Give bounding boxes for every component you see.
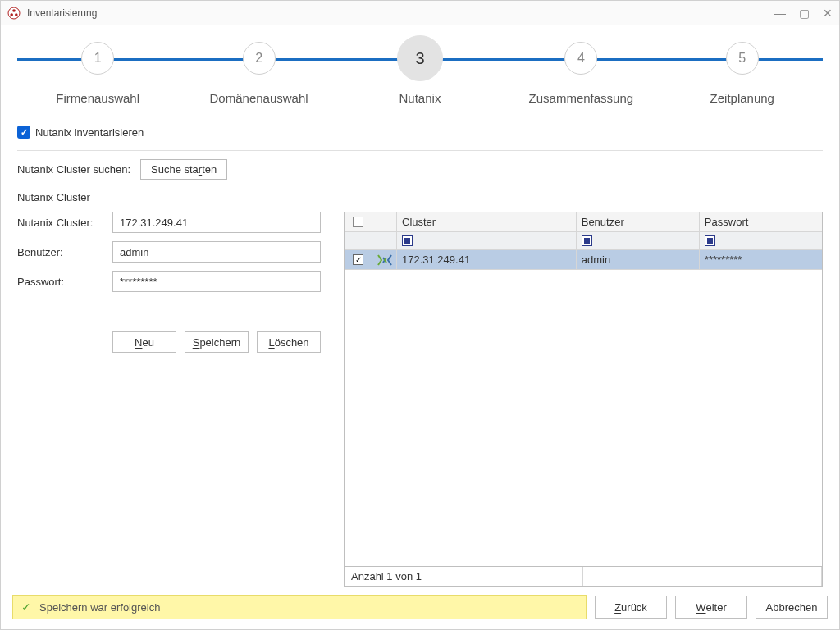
window-title: Inventarisierung [27, 7, 97, 19]
row-cluster: 172.31.249.41 [397, 250, 577, 269]
search-button[interactable]: Suche starten [140, 159, 227, 180]
wizard-window: Inventarisierung — ▢ ✕ 1 Firmenauswahl 2… [0, 0, 840, 630]
minimize-icon[interactable]: — [774, 7, 786, 20]
titlebar: Inventarisierung — ▢ ✕ [1, 1, 839, 25]
step-number: 4 [564, 42, 597, 75]
search-label: Nutanix Cluster suchen: [17, 163, 130, 176]
row-icon-cell [372, 250, 397, 269]
svg-point-1 [12, 9, 16, 12]
header-cluster[interactable]: Cluster [397, 212, 577, 231]
password-input[interactable] [112, 271, 321, 292]
password-label: Passwort: [17, 276, 112, 288]
status-text: Speichern war erfolgreich [39, 601, 160, 614]
filter-cluster[interactable] [397, 232, 577, 249]
wizard-stepper: 1 Firmenauswahl 2 Domänenauswahl 3 Nutan… [17, 34, 823, 116]
user-label: Benutzer: [17, 246, 112, 258]
user-input[interactable] [112, 241, 321, 262]
row-checkbox[interactable]: ✓ [353, 254, 363, 265]
filter-pass[interactable] [700, 232, 822, 249]
row-pass: ********* [700, 250, 822, 269]
step-label: Nutanix [399, 91, 441, 105]
step-number: 1 [81, 42, 114, 75]
step-zusammenfassung[interactable]: 4 Zusammenfassung [503, 42, 659, 105]
step-label: Zusammenfassung [529, 91, 634, 105]
wizard-footer: ✓ Speichern war erfolgreich Zurück Weite… [1, 587, 839, 629]
svg-point-3 [15, 13, 18, 16]
two-column-layout: Nutanix Cluster: Benutzer: Passwort: Neu… [17, 212, 823, 587]
row-checkbox-cell[interactable]: ✓ [345, 250, 372, 269]
step-zeitplanung[interactable]: 5 Zeitplanung [664, 42, 820, 105]
header-checkbox[interactable] [353, 217, 363, 227]
header-user[interactable]: Benutzer [577, 212, 700, 231]
step-nutanix[interactable]: 3 Nutanix [342, 42, 498, 105]
maximize-icon[interactable]: ▢ [799, 7, 810, 20]
new-button[interactable]: Neu [112, 331, 176, 353]
divider [17, 150, 823, 151]
filter-icon [402, 235, 413, 246]
delete-button[interactable]: Löschen [257, 331, 321, 353]
svg-rect-5 [404, 238, 410, 244]
step-label: Domänenauswahl [210, 91, 308, 105]
grid-filter-row [345, 232, 822, 250]
step-domaenenauswahl[interactable]: 2 Domänenauswahl [181, 42, 337, 105]
grid-footer: Anzahl 1 von 1 [345, 566, 822, 586]
step-number: 5 [726, 42, 759, 75]
grid-body: ✓ [345, 250, 822, 566]
step-label: Zeitplanung [710, 91, 774, 105]
filter-icon [582, 235, 592, 246]
filter-user[interactable] [577, 232, 700, 249]
row-user: admin [577, 250, 700, 269]
nutanix-icon [377, 254, 392, 266]
inventarisieren-checkbox[interactable]: ✓ [17, 126, 30, 139]
inventarisieren-checkbox-row: ✓ Nutanix inventarisieren [17, 126, 823, 139]
inventarisieren-label: Nutanix inventarisieren [35, 126, 144, 139]
svg-point-2 [10, 13, 13, 16]
app-icon [7, 7, 21, 20]
header-icon-cell [372, 212, 397, 231]
wizard-content: ✓ Nutanix inventarisieren Nutanix Cluste… [1, 116, 839, 587]
step-firmenauswahl[interactable]: 1 Firmenauswahl [20, 42, 176, 105]
cancel-button[interactable]: Abbrechen [756, 596, 828, 619]
grid-footer-spacer [583, 567, 822, 586]
step-number: 3 [397, 35, 443, 81]
grid-column: Cluster Benutzer Passwort [344, 212, 823, 587]
cluster-input[interactable] [112, 212, 321, 233]
status-message: ✓ Speichern war erfolgreich [12, 595, 587, 619]
section-title: Nutanix Cluster [17, 191, 823, 203]
save-button[interactable]: Speichern [185, 331, 249, 353]
back-button[interactable]: Zurück [595, 596, 667, 619]
table-row[interactable]: ✓ [345, 250, 822, 270]
svg-point-0 [8, 7, 20, 19]
grid-count: Anzahl 1 von 1 [345, 567, 583, 586]
form-column: Nutanix Cluster: Benutzer: Passwort: Neu… [17, 212, 321, 587]
cluster-label: Nutanix Cluster: [17, 217, 112, 229]
search-row: Nutanix Cluster suchen: Suche starten [17, 159, 823, 180]
cluster-grid: Cluster Benutzer Passwort [344, 212, 823, 587]
svg-rect-7 [584, 238, 590, 244]
filter-icon [705, 235, 715, 246]
next-button[interactable]: Weiter [675, 596, 747, 619]
success-icon: ✓ [21, 600, 31, 614]
svg-rect-9 [707, 238, 713, 244]
grid-header: Cluster Benutzer Passwort [345, 212, 822, 232]
step-label: Firmenauswahl [56, 91, 139, 105]
header-pass[interactable]: Passwort [700, 212, 822, 231]
close-icon[interactable]: ✕ [823, 7, 833, 20]
step-number: 2 [243, 42, 276, 75]
header-checkbox-cell[interactable] [345, 212, 372, 231]
